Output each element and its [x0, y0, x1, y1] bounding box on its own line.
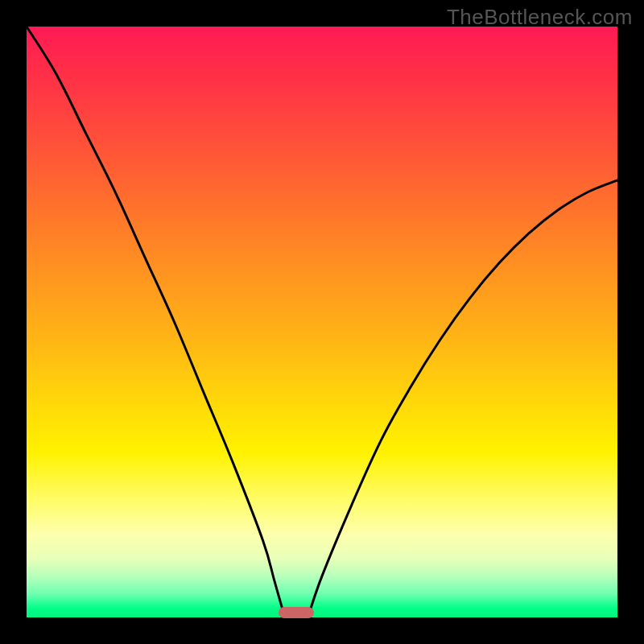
- right-curve: [308, 180, 617, 617]
- watermark-text: TheBottleneck.com: [447, 5, 633, 30]
- left-curve: [27, 27, 285, 617]
- plot-area: [27, 27, 617, 617]
- curves-svg: [27, 27, 617, 617]
- bottleneck-marker: [279, 607, 314, 618]
- chart-frame: TheBottleneck.com: [0, 0, 644, 644]
